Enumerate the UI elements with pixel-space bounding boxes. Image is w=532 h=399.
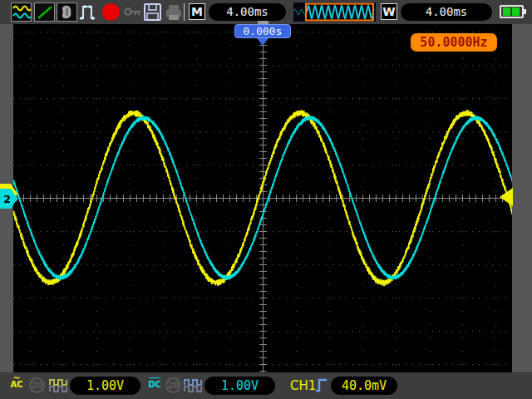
right-margin [512, 24, 532, 372]
main-timebase-value[interactable]: 4.00ms [209, 3, 286, 21]
printer-icon [165, 4, 183, 21]
ch1-coupling-label: AC [10, 380, 22, 389]
bottom-status-bar: ∼ AC 20 1.00V ── DC 20 1.00V CH1 40.0mV [0, 372, 532, 399]
pulse-waveform-icon [78, 2, 100, 22]
trigger-level-value[interactable]: 40.0mV [331, 377, 397, 395]
trigger-level-arrow[interactable] [499, 188, 513, 207]
trigger-source-label[interactable]: CH1 [290, 378, 316, 393]
trigger-position-tab[interactable]: 0.000s [234, 24, 291, 38]
ch1-probe-waveform-icon[interactable] [49, 378, 69, 393]
ch2-bandwidth-limit[interactable]: 20 [165, 377, 181, 393]
ch2-coupling-label: DC [148, 380, 161, 389]
ch2-marker-number: 2 [3, 193, 11, 205]
main-timebase-label: M [189, 3, 205, 20]
ch1-coupling-indicator[interactable]: ∼ AC [8, 375, 25, 389]
battery-cell [512, 7, 520, 16]
frequency-counter: 50.0000Hz [411, 33, 497, 52]
blob-icon [58, 4, 76, 21]
trigger-position-arrow[interactable] [257, 38, 268, 46]
window-timebase-label: W [381, 3, 397, 20]
waveform-display [13, 24, 512, 372]
ch2-level-marker[interactable]: 2 [0, 189, 19, 209]
toolbar-divider [184, 3, 185, 21]
pulse-mode-icon[interactable] [78, 2, 100, 26]
record-button[interactable] [102, 3, 120, 21]
lock-key-icon[interactable] [124, 5, 142, 22]
horizontal-window-preview[interactable] [293, 2, 377, 22]
ch1-scale-value[interactable]: 1.00V [70, 377, 140, 395]
noise-display-icon[interactable] [57, 2, 77, 22]
battery-indicator [500, 5, 524, 18]
ch2-probe-waveform-icon[interactable] [184, 378, 204, 393]
oscilloscope-screen: M 4.00ms W 4.00ms 0.000s 50.0000Hz 2 ∼ A… [0, 0, 532, 399]
rising-edge-icon[interactable] [315, 377, 328, 393]
cursor-line-icon[interactable] [34, 2, 55, 22]
channel-waveforms-icon[interactable] [11, 2, 32, 22]
key-icon [124, 5, 142, 18]
window-timebase-value[interactable]: 4.00ms [401, 3, 492, 21]
print-button[interactable] [165, 4, 183, 24]
ch2-coupling-indicator[interactable]: ── DC [146, 375, 163, 389]
ch2-scale-value[interactable]: 1.00V [204, 377, 275, 395]
floppy-disk-icon [143, 2, 162, 22]
dual-sine-icon [12, 4, 31, 21]
preview-waveform [293, 2, 376, 22]
save-button[interactable] [143, 2, 162, 25]
ch1-bandwidth-limit[interactable]: 20 [29, 377, 45, 393]
green-line-icon [36, 4, 54, 21]
battery-cell [503, 7, 510, 16]
